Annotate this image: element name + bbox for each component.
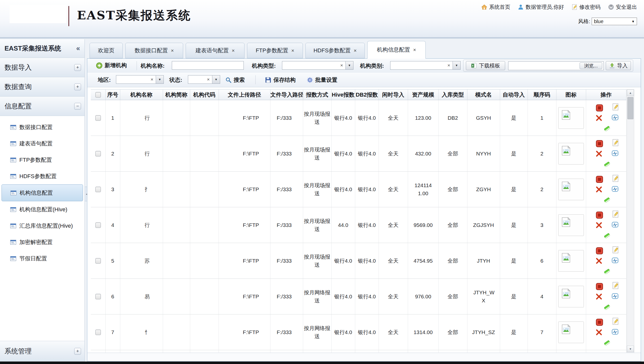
browse-button[interactable]: 浏览...: [580, 62, 602, 69]
edit-icon[interactable]: [612, 317, 619, 325]
vertical-scrollbar[interactable]: ▲ ▼: [627, 89, 634, 353]
sidebar-item-机构信息配置[interactable]: 机构信息配置: [2, 184, 83, 201]
collapse-section-icon[interactable]: −: [74, 103, 81, 110]
monitor-icon[interactable]: [611, 292, 619, 300]
row-checkbox[interactable]: [95, 151, 101, 156]
monitor-icon[interactable]: [611, 149, 619, 157]
select-all-checkbox[interactable]: [95, 92, 101, 98]
row-checkbox[interactable]: [95, 115, 101, 121]
stop-icon[interactable]: [596, 176, 603, 183]
delete-icon[interactable]: [595, 293, 603, 300]
monitor-icon[interactable]: [611, 185, 619, 193]
edit-icon[interactable]: [612, 282, 619, 289]
style-select[interactable]: blue ▼: [592, 18, 637, 25]
eraser-icon[interactable]: [603, 196, 611, 204]
tab-data-interface-config[interactable]: 数据接口配置×: [125, 43, 183, 58]
row-checkbox[interactable]: [95, 187, 101, 192]
stop-icon[interactable]: [596, 140, 603, 147]
sidebar-item-建表语句配置[interactable]: 建表语句配置: [0, 135, 85, 152]
stop-icon[interactable]: [596, 104, 603, 112]
sidebar-collapse-icon[interactable]: «: [76, 45, 80, 52]
chevron-down-icon[interactable]: ▼: [345, 61, 353, 69]
monitor-icon[interactable]: [611, 114, 619, 121]
row-checkbox[interactable]: [95, 330, 101, 335]
edit-icon[interactable]: [612, 139, 619, 146]
chevron-down-icon[interactable]: ▼: [212, 75, 220, 84]
tab-create-table-config[interactable]: 建表语句配置×: [186, 43, 245, 58]
edit-icon[interactable]: [612, 246, 619, 254]
edit-icon[interactable]: [612, 175, 619, 182]
scroll-up-icon[interactable]: ▲: [627, 90, 634, 96]
org-category-combo[interactable]: × ▼: [390, 61, 461, 70]
nav-change-password[interactable]: 修改密码: [572, 4, 600, 11]
import-button[interactable]: 导入: [606, 61, 631, 70]
scrollbar-thumb[interactable]: [627, 97, 633, 119]
eraser-icon[interactable]: [603, 160, 611, 168]
eraser-icon[interactable]: [603, 232, 611, 239]
sidebar-section-info-config[interactable]: 信息配置 −: [0, 97, 85, 116]
region-combo[interactable]: × ▼: [116, 75, 164, 84]
tab-close-icon[interactable]: ×: [171, 48, 174, 54]
clear-icon[interactable]: ×: [205, 75, 212, 84]
clear-icon[interactable]: ×: [338, 61, 345, 69]
delete-icon[interactable]: [595, 257, 603, 265]
clear-icon[interactable]: ×: [445, 61, 453, 69]
tab-ftp-config[interactable]: FTP参数配置×: [247, 43, 303, 58]
clear-icon[interactable]: ×: [148, 75, 156, 84]
monitor-icon[interactable]: [611, 328, 619, 336]
add-org-button[interactable]: 新增机构: [96, 62, 127, 69]
stop-icon[interactable]: [596, 247, 603, 255]
org-type-combo[interactable]: × ▼: [282, 61, 353, 70]
tab-hdfs-config[interactable]: HDFS参数配置×: [305, 43, 365, 58]
sidebar-item-HDFS参数配置[interactable]: HDFS参数配置: [0, 168, 85, 184]
edit-icon[interactable]: [612, 103, 619, 111]
row-checkbox[interactable]: [95, 294, 101, 299]
org-name-input[interactable]: [172, 61, 244, 70]
sidebar-item-数据接口配置[interactable]: 数据接口配置: [0, 119, 85, 135]
expand-icon[interactable]: +: [74, 84, 81, 90]
sidebar-item-机构信息配置(Hive)[interactable]: 机构信息配置(Hive): [0, 201, 85, 218]
nav-user[interactable]: 数据管理员,你好: [518, 4, 564, 11]
nav-logout[interactable]: 安全退出: [608, 4, 637, 11]
tab-close-icon[interactable]: ×: [354, 48, 357, 54]
download-template-button[interactable]: 下载模板: [466, 61, 505, 70]
sidebar-item-节假日配置[interactable]: 节假日配置: [0, 250, 85, 267]
sidebar-item-FTP参数配置[interactable]: FTP参数配置: [0, 152, 85, 168]
edit-icon[interactable]: [612, 210, 619, 218]
tab-org-info-config[interactable]: 机构信息配置×: [367, 41, 426, 59]
tab-welcome[interactable]: 欢迎页: [90, 43, 123, 58]
chevron-down-icon[interactable]: ▼: [156, 75, 164, 84]
monitor-icon[interactable]: [611, 257, 619, 264]
sidebar-section-data-query[interactable]: 数据查询 +: [0, 77, 85, 97]
stop-icon[interactable]: [596, 283, 603, 290]
sidebar-item-加密解密配置[interactable]: 加密解密配置: [0, 234, 85, 250]
tab-close-icon[interactable]: ×: [291, 48, 294, 54]
row-checkbox[interactable]: [95, 222, 101, 228]
tab-close-icon[interactable]: ×: [413, 47, 416, 53]
nav-home[interactable]: 系统首页: [481, 4, 510, 11]
expand-icon[interactable]: +: [74, 348, 81, 355]
delete-icon[interactable]: [595, 114, 603, 122]
tab-close-icon[interactable]: ×: [232, 48, 235, 54]
delete-icon[interactable]: [595, 329, 603, 336]
delete-icon[interactable]: [595, 186, 603, 193]
scroll-down-icon[interactable]: ▼: [627, 346, 634, 352]
sidebar-section-system-admin[interactable]: 系统管理 +: [0, 341, 85, 361]
stop-icon[interactable]: [596, 211, 603, 219]
sidebar-section-data-import[interactable]: 数据导入 +: [0, 58, 85, 77]
eraser-icon[interactable]: [603, 339, 611, 347]
status-combo[interactable]: × ▼: [188, 75, 220, 84]
sidebar-item-汇总库信息配置(Hive)[interactable]: 汇总库信息配置(Hive): [0, 218, 85, 234]
chevron-down-icon[interactable]: ▼: [453, 61, 460, 69]
eraser-icon[interactable]: [603, 125, 611, 132]
save-structure-button[interactable]: 保存结构: [265, 76, 296, 84]
monitor-icon[interactable]: [611, 221, 619, 228]
expand-icon[interactable]: +: [74, 64, 81, 71]
delete-icon[interactable]: [595, 221, 603, 229]
stop-icon[interactable]: [596, 318, 603, 326]
eraser-icon[interactable]: [603, 268, 611, 275]
batch-settings-button[interactable]: 批量设置: [307, 76, 337, 84]
search-button[interactable]: 搜索: [225, 76, 245, 84]
delete-icon[interactable]: [595, 150, 603, 157]
eraser-icon[interactable]: [603, 303, 611, 311]
